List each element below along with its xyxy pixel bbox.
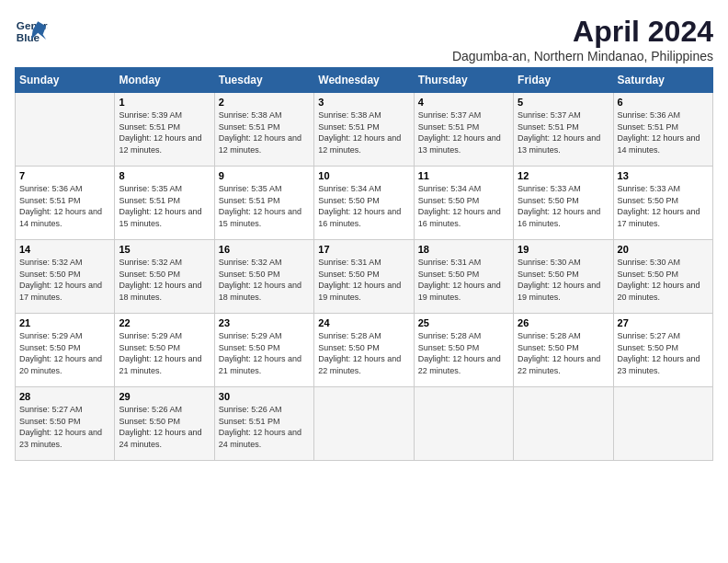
calendar-cell <box>314 387 414 461</box>
header-row: Sunday Monday Tuesday Wednesday Thursday… <box>16 68 713 93</box>
calendar-cell: 29Sunrise: 5:26 AMSunset: 5:50 PMDayligh… <box>115 387 214 461</box>
day-number: 10 <box>318 170 409 181</box>
title-area: April 2024 Dagumba-an, Northern Mindanao… <box>452 15 713 63</box>
cell-info: Sunrise: 5:29 AMSunset: 5:50 PMDaylight:… <box>119 330 210 376</box>
day-number: 18 <box>418 244 509 255</box>
calendar-cell: 23Sunrise: 5:29 AMSunset: 5:50 PMDayligh… <box>214 314 313 387</box>
cell-info: Sunrise: 5:39 AMSunset: 5:51 PMDaylight:… <box>119 109 210 155</box>
day-number: 17 <box>318 244 409 255</box>
calendar-cell: 18Sunrise: 5:31 AMSunset: 5:50 PMDayligh… <box>414 240 513 314</box>
cell-info: Sunrise: 5:27 AMSunset: 5:50 PMDaylight:… <box>618 330 709 376</box>
cell-info: Sunrise: 5:30 AMSunset: 5:50 PMDaylight:… <box>518 257 609 303</box>
cell-info: Sunrise: 5:27 AMSunset: 5:50 PMDaylight:… <box>19 404 110 450</box>
month-title: April 2024 <box>452 15 713 49</box>
day-number: 9 <box>219 170 310 181</box>
calendar-cell: 9Sunrise: 5:35 AMSunset: 5:51 PMDaylight… <box>214 167 313 240</box>
cell-info: Sunrise: 5:31 AMSunset: 5:50 PMDaylight:… <box>418 257 509 303</box>
calendar-cell: 1Sunrise: 5:39 AMSunset: 5:51 PMDaylight… <box>115 93 214 167</box>
calendar-header: Sunday Monday Tuesday Wednesday Thursday… <box>16 68 713 93</box>
cell-info: Sunrise: 5:28 AMSunset: 5:50 PMDaylight:… <box>418 330 509 376</box>
calendar-cell: 22Sunrise: 5:29 AMSunset: 5:50 PMDayligh… <box>115 314 214 387</box>
location-subtitle: Dagumba-an, Northern Mindanao, Philippin… <box>452 49 713 63</box>
day-number: 2 <box>219 97 310 108</box>
calendar-cell: 7Sunrise: 5:36 AMSunset: 5:51 PMDaylight… <box>16 167 115 240</box>
day-number: 23 <box>219 317 310 328</box>
calendar-cell: 30Sunrise: 5:26 AMSunset: 5:51 PMDayligh… <box>214 387 313 461</box>
day-number: 26 <box>518 317 609 328</box>
cell-info: Sunrise: 5:30 AMSunset: 5:50 PMDaylight:… <box>618 257 709 303</box>
calendar-cell: 8Sunrise: 5:35 AMSunset: 5:51 PMDaylight… <box>115 167 214 240</box>
logo-icon: General Blue <box>15 15 48 48</box>
calendar-cell: 13Sunrise: 5:33 AMSunset: 5:50 PMDayligh… <box>613 167 712 240</box>
calendar-cell: 24Sunrise: 5:28 AMSunset: 5:50 PMDayligh… <box>314 314 414 387</box>
cell-info: Sunrise: 5:32 AMSunset: 5:50 PMDaylight:… <box>119 257 210 303</box>
calendar-cell: 15Sunrise: 5:32 AMSunset: 5:50 PMDayligh… <box>115 240 214 314</box>
cell-info: Sunrise: 5:29 AMSunset: 5:50 PMDaylight:… <box>219 330 310 376</box>
day-number: 16 <box>219 244 310 255</box>
calendar-cell: 5Sunrise: 5:37 AMSunset: 5:51 PMDaylight… <box>514 93 613 167</box>
day-number: 20 <box>618 244 709 255</box>
cell-info: Sunrise: 5:32 AMSunset: 5:50 PMDaylight:… <box>219 257 310 303</box>
day-number: 28 <box>19 391 110 402</box>
day-number: 24 <box>318 317 409 328</box>
cell-info: Sunrise: 5:26 AMSunset: 5:50 PMDaylight:… <box>119 404 210 450</box>
day-number: 25 <box>418 317 509 328</box>
calendar-week-row: 28Sunrise: 5:27 AMSunset: 5:50 PMDayligh… <box>16 387 713 461</box>
calendar-cell: 4Sunrise: 5:37 AMSunset: 5:51 PMDaylight… <box>414 93 513 167</box>
calendar-cell <box>613 387 712 461</box>
day-number: 15 <box>119 244 210 255</box>
calendar-cell: 2Sunrise: 5:38 AMSunset: 5:51 PMDaylight… <box>214 93 313 167</box>
calendar-cell: 3Sunrise: 5:38 AMSunset: 5:51 PMDaylight… <box>314 93 414 167</box>
calendar-cell: 26Sunrise: 5:28 AMSunset: 5:50 PMDayligh… <box>514 314 613 387</box>
day-number: 5 <box>518 97 609 108</box>
day-number: 7 <box>19 170 110 181</box>
cell-info: Sunrise: 5:32 AMSunset: 5:50 PMDaylight:… <box>19 257 110 303</box>
col-thursday: Thursday <box>414 68 513 93</box>
calendar-week-row: 14Sunrise: 5:32 AMSunset: 5:50 PMDayligh… <box>16 240 713 314</box>
day-number: 11 <box>418 170 509 181</box>
col-friday: Friday <box>514 68 613 93</box>
cell-info: Sunrise: 5:33 AMSunset: 5:50 PMDaylight:… <box>518 183 609 229</box>
day-number: 21 <box>19 317 110 328</box>
logo: General Blue <box>15 15 48 48</box>
day-number: 27 <box>618 317 709 328</box>
col-monday: Monday <box>115 68 214 93</box>
day-number: 12 <box>518 170 609 181</box>
calendar-cell: 28Sunrise: 5:27 AMSunset: 5:50 PMDayligh… <box>16 387 115 461</box>
calendar-cell: 19Sunrise: 5:30 AMSunset: 5:50 PMDayligh… <box>514 240 613 314</box>
day-number: 3 <box>318 97 409 108</box>
calendar-cell: 27Sunrise: 5:27 AMSunset: 5:50 PMDayligh… <box>613 314 712 387</box>
calendar-cell: 20Sunrise: 5:30 AMSunset: 5:50 PMDayligh… <box>613 240 712 314</box>
calendar-cell: 10Sunrise: 5:34 AMSunset: 5:50 PMDayligh… <box>314 167 414 240</box>
calendar-body: 1Sunrise: 5:39 AMSunset: 5:51 PMDaylight… <box>16 93 713 461</box>
cell-info: Sunrise: 5:38 AMSunset: 5:51 PMDaylight:… <box>318 109 409 155</box>
day-number: 19 <box>518 244 609 255</box>
cell-info: Sunrise: 5:38 AMSunset: 5:51 PMDaylight:… <box>219 109 310 155</box>
day-number: 30 <box>219 391 310 402</box>
cell-info: Sunrise: 5:26 AMSunset: 5:51 PMDaylight:… <box>219 404 310 450</box>
calendar-week-row: 1Sunrise: 5:39 AMSunset: 5:51 PMDaylight… <box>16 93 713 167</box>
col-tuesday: Tuesday <box>214 68 313 93</box>
calendar-cell: 11Sunrise: 5:34 AMSunset: 5:50 PMDayligh… <box>414 167 513 240</box>
day-number: 13 <box>618 170 709 181</box>
header: General Blue April 2024 Dagumba-an, Nort… <box>15 15 713 63</box>
calendar-cell <box>16 93 115 167</box>
day-number: 14 <box>19 244 110 255</box>
cell-info: Sunrise: 5:36 AMSunset: 5:51 PMDaylight:… <box>19 183 110 229</box>
cell-info: Sunrise: 5:33 AMSunset: 5:50 PMDaylight:… <box>618 183 709 229</box>
day-number: 4 <box>418 97 509 108</box>
day-number: 29 <box>119 391 210 402</box>
col-saturday: Saturday <box>613 68 712 93</box>
cell-info: Sunrise: 5:37 AMSunset: 5:51 PMDaylight:… <box>418 109 509 155</box>
cell-info: Sunrise: 5:31 AMSunset: 5:50 PMDaylight:… <box>318 257 409 303</box>
day-number: 1 <box>119 97 210 108</box>
cell-info: Sunrise: 5:37 AMSunset: 5:51 PMDaylight:… <box>518 109 609 155</box>
day-number: 6 <box>618 97 709 108</box>
calendar-week-row: 21Sunrise: 5:29 AMSunset: 5:50 PMDayligh… <box>16 314 713 387</box>
cell-info: Sunrise: 5:36 AMSunset: 5:51 PMDaylight:… <box>618 109 709 155</box>
cell-info: Sunrise: 5:28 AMSunset: 5:50 PMDaylight:… <box>518 330 609 376</box>
cell-info: Sunrise: 5:35 AMSunset: 5:51 PMDaylight:… <box>119 183 210 229</box>
cell-info: Sunrise: 5:28 AMSunset: 5:50 PMDaylight:… <box>318 330 409 376</box>
calendar-table: Sunday Monday Tuesday Wednesday Thursday… <box>15 67 713 461</box>
col-sunday: Sunday <box>16 68 115 93</box>
